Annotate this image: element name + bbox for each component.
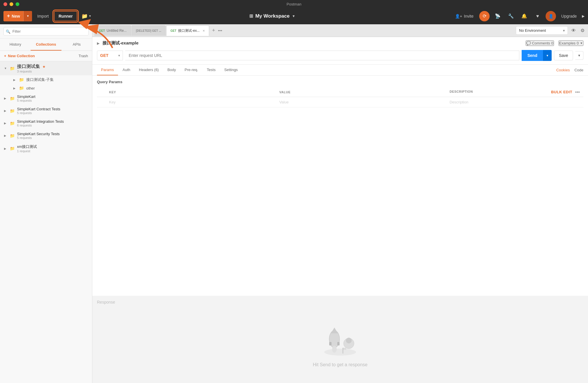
collection-meta: 3 requests	[17, 70, 88, 73]
check-column-header	[97, 88, 106, 97]
sub-item-other[interactable]: ▶ 📁 other	[0, 84, 92, 92]
sub-item-ziji[interactable]: ▶ 📁 接口测试集-子集	[0, 75, 92, 84]
row-checkbox[interactable]	[97, 97, 106, 107]
url-input[interactable]	[125, 51, 519, 60]
request-caret-icon[interactable]: ▶	[97, 41, 100, 45]
value-cell[interactable]: Value	[276, 97, 446, 107]
new-dropdown-arrow[interactable]: ▼	[23, 11, 32, 21]
main-layout: 🔍 History Collections APIs + New Collect…	[0, 24, 588, 383]
save-dropdown[interactable]: ▼	[575, 51, 583, 60]
new-collection-button[interactable]: + New Collection	[4, 54, 35, 58]
eye-icon-button[interactable]: 👁	[570, 27, 577, 34]
tab-deleted[interactable]: [DELETED] GET ...	[132, 25, 166, 36]
workspace-button[interactable]: ⊞ My Workspace ▼	[249, 13, 295, 19]
toolbar-right: ⟳ 📡 🔧 🔔 ♥ 👤 Upgrade ▶	[479, 11, 585, 21]
svg-marker-4	[331, 328, 338, 333]
folder-icon: 📁	[10, 109, 15, 113]
examples-button[interactable]: Examples 0 ▼	[559, 40, 583, 46]
more-tabs-button[interactable]: •••	[218, 28, 222, 33]
params-table: KEY VALUE DESCRIPTION ••• Bulk Edit	[97, 88, 583, 107]
add-tab-button[interactable]: +	[210, 27, 218, 34]
cookies-link[interactable]: Cookies	[556, 68, 570, 72]
svg-point-2	[346, 338, 352, 343]
workspace-label: My Workspace	[255, 13, 290, 19]
req-tab-settings[interactable]: Settings	[220, 65, 242, 75]
desc-cell[interactable]: Description	[446, 97, 583, 107]
trash-button[interactable]: Trash	[78, 54, 88, 58]
svg-rect-6	[337, 342, 340, 345]
collection-info: SimpleKart Contract Tests 5 requests	[17, 107, 88, 115]
settings-icon-button[interactable]: ⚙	[579, 27, 586, 34]
settings-button[interactable]: 🔧	[506, 11, 516, 21]
fullscreen-button[interactable]	[16, 2, 19, 6]
new-label: New	[12, 14, 20, 18]
user-avatar[interactable]: 👤	[546, 11, 556, 21]
caret-right-icon: ▶	[13, 78, 17, 81]
collection-row-security[interactable]: ▶ 📁 SimpleKart Security Tests 5 requests	[0, 129, 92, 142]
folder-icon: 📁	[19, 77, 24, 82]
code-link[interactable]: Code	[574, 68, 583, 72]
app-title: Postman	[286, 2, 301, 6]
save-button[interactable]: Save	[554, 51, 573, 60]
req-tab-auth[interactable]: Auth	[119, 65, 134, 75]
req-tab-right: Cookies Code	[556, 65, 583, 75]
star-icon: ★	[42, 65, 46, 69]
plus-icon: +	[7, 13, 10, 19]
more-icon[interactable]: •••	[575, 90, 580, 94]
minimize-button[interactable]	[10, 2, 13, 6]
notifications-button[interactable]: 🔔	[519, 11, 529, 21]
send-button[interactable]: Send ▼	[522, 50, 552, 61]
tab-apis[interactable]: APIs	[61, 39, 92, 51]
tab-history[interactable]: History	[0, 39, 31, 51]
invite-button[interactable]: 👤+ Invite	[452, 14, 477, 18]
tabs-right: No Environment ▼ 👁 ⚙	[516, 26, 586, 35]
comments-button[interactable]: 💬 Comments 0	[526, 40, 554, 46]
close-icon[interactable]: ✕	[203, 29, 205, 32]
collection-item-5: ▶ 📁 SimpleKart Security Tests 5 requests	[0, 129, 92, 142]
collection-row-xm[interactable]: ▶ 📁 xm接口测试 1 request	[0, 142, 92, 155]
collection-row-contract[interactable]: ▶ 📁 SimpleKart Contract Tests 5 requests	[0, 105, 92, 117]
collection-row-jiekouceshiji[interactable]: ▼ 📁 接口测试集 ★ 3 requests	[0, 61, 92, 75]
request-panel: ▶ 接口测试-example 💬 Comments 0 Examples 0 ▼	[92, 37, 588, 65]
runner-button[interactable]: Runner	[54, 11, 77, 21]
collection-info: SimpleKart Integration Tests 6 requests	[17, 119, 88, 127]
import-button[interactable]: Import	[34, 11, 52, 21]
send-dropdown[interactable]: ▼	[543, 50, 552, 61]
tab-collections[interactable]: Collections	[31, 39, 61, 51]
svg-point-0	[324, 349, 356, 356]
environment-selector-wrapper: No Environment ▼	[516, 26, 568, 35]
req-tab-headers[interactable]: Headers (6)	[135, 65, 163, 75]
tab-active[interactable]: GET 接口测试-ex... ✕	[166, 25, 209, 36]
tab-label: 接口测试-ex...	[178, 28, 200, 33]
req-tab-params[interactable]: Params	[97, 65, 118, 75]
upgrade-button[interactable]: Upgrade	[559, 14, 579, 18]
req-tab-prereq[interactable]: Pre-req.	[181, 65, 202, 75]
collection-row-integration[interactable]: ▶ 📁 SimpleKart Integration Tests 6 reque…	[0, 117, 92, 129]
tab-untitled[interactable]: GET Untitled Re...	[95, 25, 131, 36]
tabs-bar: GET Untitled Re... [DELETED] GET ... GET…	[92, 24, 588, 37]
folder-icon: 📁	[10, 146, 15, 151]
environment-select[interactable]: No Environment	[516, 26, 568, 35]
key-cell[interactable]: Key	[106, 97, 276, 107]
interceptor-button[interactable]: 📡	[493, 11, 503, 21]
req-tab-tests[interactable]: Tests	[203, 65, 220, 75]
value-column-header: VALUE	[276, 88, 446, 97]
req-tab-body[interactable]: Body	[163, 65, 180, 75]
heart-button[interactable]: ♥	[532, 11, 543, 21]
folder-icon-button[interactable]: 📁 ▼	[80, 13, 93, 19]
filter-input[interactable]	[3, 27, 89, 36]
close-button[interactable]	[3, 2, 7, 6]
new-button-main[interactable]: + New	[3, 13, 23, 19]
method-select[interactable]: GET POST PUT DELETE PATCH	[97, 51, 123, 60]
response-panel: Response	[92, 296, 588, 383]
workspace-chevron-icon: ▼	[292, 14, 295, 18]
sync-button[interactable]: ⟳	[479, 11, 490, 21]
comment-icon: 💬	[526, 41, 531, 45]
method-select-wrapper: GET POST PUT DELETE PATCH ▼	[97, 51, 123, 60]
caret-right-icon: ▶	[4, 134, 8, 137]
new-button[interactable]: + New ▼	[3, 11, 32, 21]
bulk-edit-button[interactable]: Bulk Edit	[551, 90, 572, 94]
collection-row-simplekart[interactable]: ▶ 📁 SimpleKart 5 requests	[0, 92, 92, 105]
collection-info: SimpleKart 5 requests	[17, 94, 88, 102]
request-title-row: ▶ 接口测试-example 💬 Comments 0 Examples 0 ▼	[97, 40, 583, 46]
